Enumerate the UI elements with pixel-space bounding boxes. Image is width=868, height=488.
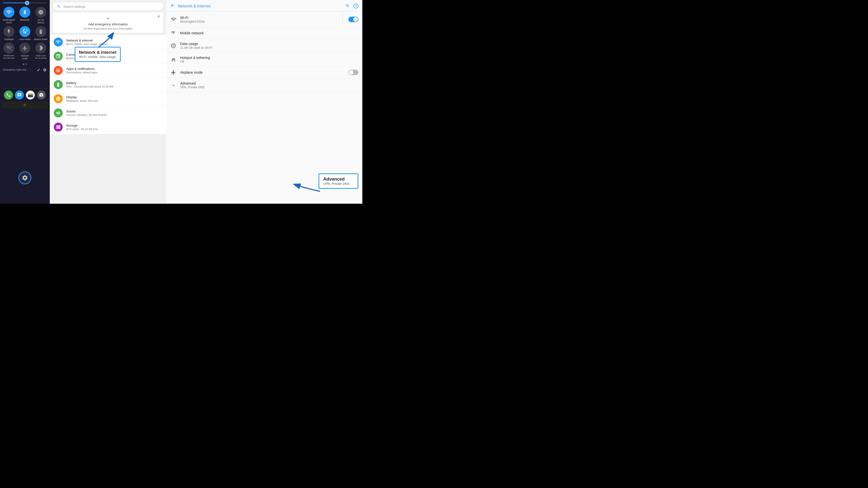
- battery-subtitle: 42% - Should last until about 10:30 AM: [66, 85, 162, 88]
- qs-bluetooth-label: Bluetooth: [20, 19, 30, 22]
- emergency-card: ✕ ＋ Add emergency information Let first …: [53, 12, 163, 33]
- battery-icon: [54, 80, 63, 89]
- settings-gear-button[interactable]: [19, 171, 31, 184]
- emergency-calls-text: Emergency calls only: [3, 68, 26, 71]
- airplane-setting-icon: [170, 70, 177, 75]
- search-icon: [57, 4, 61, 8]
- battery-text: Battery 42% - Should last until about 10…: [66, 81, 162, 88]
- advanced-setting-text: Advanced VPN, Private DNS: [180, 82, 358, 89]
- airplane-mode-icon: [20, 42, 30, 54]
- mobile-setting-icon: [170, 31, 177, 36]
- settings-small-icon[interactable]: [43, 68, 47, 72]
- storage-subtitle: 47% used - 34.14 GB free: [66, 128, 162, 131]
- messages-app[interactable]: [15, 91, 24, 99]
- phone-app[interactable]: [4, 91, 13, 99]
- flashlight-icon: [3, 26, 14, 37]
- emergency-plus-icon: ＋: [106, 15, 110, 22]
- wifi-toggle[interactable]: [348, 17, 358, 22]
- airplane-toggle[interactable]: [348, 70, 358, 75]
- gear-icon: [22, 174, 28, 181]
- settings-item-storage[interactable]: Storage 47% used - 34.14 GB free: [50, 120, 166, 134]
- dot-1: [23, 63, 24, 65]
- mobile-setting-text: Mobile network: [180, 31, 358, 35]
- settings-item-display[interactable]: Display Wallpaper, sleep, font size: [50, 92, 166, 106]
- qs-tile-flashlight[interactable]: Flashlight: [2, 26, 16, 41]
- wifi-icon: [3, 7, 14, 18]
- brightness-bar[interactable]: [3, 2, 47, 3]
- qs-battery-label: Battery Saver: [34, 38, 48, 41]
- google-search-bar[interactable]: G: [2, 101, 48, 108]
- header-icons: ?: [345, 3, 358, 9]
- brightness-fill: [3, 2, 27, 3]
- connected-icon: [54, 52, 63, 61]
- qs-tile-battery[interactable]: Battery Saver: [34, 26, 48, 41]
- nightlight-icon: [35, 42, 46, 54]
- emergency-card-title: Add emergency information: [88, 22, 128, 26]
- tooltip-title: Network & internet: [79, 50, 117, 55]
- right-item-wifi[interactable]: Wi-Fi Mockingbird 5GHz: [166, 11, 362, 28]
- qs-tile-bluetooth[interactable]: Bluetooth: [18, 7, 32, 24]
- dot-2: [26, 63, 27, 65]
- qs-tile-wifi[interactable]: Mockingbird 5GHz: [2, 7, 16, 24]
- qs-tile-dnd[interactable]: Do not disturb: [34, 7, 48, 24]
- brightness-thumb: [25, 1, 29, 5]
- tooltip-subtitle: Wi-Fi, mobile, data usage,: [79, 55, 117, 59]
- bottom-bar: Emergency calls only: [2, 66, 48, 73]
- quick-settings-grid: Mockingbird 5GHz Bluetooth Do not distur…: [2, 7, 48, 60]
- camera-app[interactable]: [37, 91, 46, 99]
- advanced-setting-title: Advanced: [180, 82, 358, 85]
- search-placeholder: Search settings: [63, 5, 86, 8]
- advanced-tooltip: Advanced VPN, Private DNS: [318, 173, 358, 189]
- qs-mobiledata-label: Mobile dataNo SIM card: [3, 55, 14, 59]
- settings-item-apps[interactable]: Apps & notifications Permissions, defaul…: [50, 63, 166, 77]
- quick-settings-panel: Mockingbird 5GHz Bluetooth Do not distur…: [0, 0, 50, 204]
- right-panel-header: Network & internet ?: [166, 0, 362, 11]
- network-text: Network & internet Wi-Fi, mobile, data u…: [66, 38, 162, 45]
- settings-item-battery[interactable]: Battery 42% - Should last until about 10…: [50, 77, 166, 92]
- datausage-setting-text: Data usage 11.88 GB used on Wi-Fi: [180, 42, 358, 50]
- bluetooth-icon: [20, 7, 30, 18]
- header-help-icon[interactable]: ?: [353, 3, 358, 8]
- wifi-setting-icon: [170, 17, 177, 22]
- sound-subtitle: Volume, vibration, Do Not Disturb: [66, 113, 162, 117]
- search-bar[interactable]: Search settings: [53, 2, 163, 10]
- page-dots: [2, 63, 48, 65]
- display-subtitle: Wallpaper, sleep, font size: [66, 99, 162, 102]
- apps-title: Apps & notifications: [66, 67, 162, 71]
- apps-icon: [54, 66, 63, 75]
- right-item-advanced[interactable]: Advanced VPN, Private DNS: [166, 78, 362, 92]
- datausage-setting-title: Data usage: [180, 42, 358, 46]
- qs-tile-nightlight[interactable]: Night LightOn at sunset: [34, 42, 48, 60]
- network-tooltip: Network & internet Wi-Fi, mobile, data u…: [75, 47, 121, 62]
- header-search-icon[interactable]: [345, 3, 350, 9]
- hotspot-setting-text: Hotspot & tethering Off: [180, 56, 358, 63]
- settings-item-sound[interactable]: Sound Volume, vibration, Do Not Disturb: [50, 106, 166, 120]
- wifi-setting-text: Wi-Fi Mockingbird 5GHz: [180, 16, 337, 23]
- emergency-close-button[interactable]: ✕: [157, 14, 160, 19]
- qs-nightlight-label: Night LightOn at sunset: [35, 55, 46, 59]
- qs-tile-mobiledata[interactable]: Mobile dataNo SIM card: [2, 42, 16, 60]
- autorotate-icon: [20, 26, 30, 37]
- network-subtitle: Wi-Fi, mobile, data usage, hotspot: [66, 42, 162, 45]
- apps-text: Apps & notifications Permissions, defaul…: [66, 67, 162, 74]
- right-item-mobile[interactable]: Mobile network: [166, 28, 362, 39]
- hotspot-setting-title: Hotspot & tethering: [180, 56, 358, 60]
- mobile-setting-title: Mobile network: [180, 31, 358, 35]
- edit-icon[interactable]: [37, 68, 40, 72]
- sound-title: Sound: [66, 109, 162, 113]
- bottom-icons: [37, 68, 47, 72]
- qs-tile-airplane[interactable]: Airplane mode: [18, 42, 32, 60]
- back-button[interactable]: [170, 3, 175, 9]
- right-item-airplane[interactable]: Airplane mode: [166, 67, 362, 78]
- display-text: Display Wallpaper, sleep, font size: [66, 95, 162, 102]
- right-item-hotspot[interactable]: Hotspot & tethering Off: [166, 53, 362, 67]
- hotspot-setting-icon: [170, 57, 177, 62]
- divider: [343, 14, 343, 24]
- qs-tile-autorotate[interactable]: Auto-rotate: [18, 26, 32, 41]
- wifi-setting-title: Wi-Fi: [180, 16, 337, 20]
- apps-subtitle: Permissions, default apps: [66, 71, 162, 74]
- right-item-datausage[interactable]: Data usage 11.88 GB used on Wi-Fi: [166, 39, 362, 53]
- sound-icon: [54, 108, 63, 118]
- datausage-setting-subtitle: 11.88 GB used on Wi-Fi: [180, 46, 358, 50]
- photos-app[interactable]: 📸: [26, 91, 35, 99]
